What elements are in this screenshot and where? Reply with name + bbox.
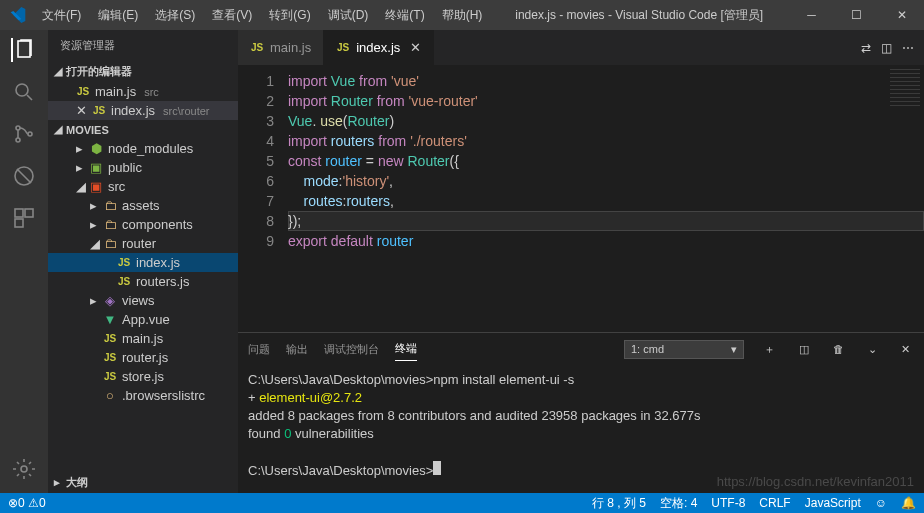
panel-tab[interactable]: 输出 [286,338,308,361]
status-spaces[interactable]: 空格: 4 [660,495,697,512]
open-editor-item[interactable]: JSmain.jssrc [48,82,238,101]
open-editor-item[interactable]: ✕ JSindex.jssrc\router [48,101,238,120]
code-editor[interactable]: 123456789 import Vue from 'vue'import Ro… [238,65,924,332]
status-eol[interactable]: CRLF [759,496,790,510]
project-header[interactable]: ◢MOVIES [48,120,238,139]
editor-area: JSmain.jsJSindex.js✕⇄◫⋯ 123456789 import… [238,30,924,493]
panel-tab[interactable]: 终端 [395,337,417,361]
tree-item[interactable]: ◢🗀router [48,234,238,253]
settings-gear-icon[interactable] [12,457,36,481]
tree-item[interactable]: ○.browserslistrc [48,386,238,405]
menu-item[interactable]: 选择(S) [148,3,202,28]
menu-item[interactable]: 帮助(H) [435,3,490,28]
window-title: index.js - movies - Visual Studio Code [… [489,7,789,24]
status-encoding[interactable]: UTF-8 [711,496,745,510]
js-file-icon: JS [103,333,117,344]
activity-bar [0,30,48,493]
js-file-icon: JS [103,371,117,382]
tree-item[interactable]: ▼App.vue [48,310,238,329]
terminal-selector[interactable]: 1: cmd▾ [624,340,744,359]
svg-rect-8 [15,219,23,227]
menu-item[interactable]: 终端(T) [378,3,431,28]
vscode-logo-icon [0,7,35,23]
source-control-icon[interactable] [12,122,36,146]
folder-icon: ▼ [103,312,117,327]
minimize-button[interactable]: ─ [789,0,834,30]
tree-item[interactable]: ▸◈views [48,291,238,310]
status-feedback-icon[interactable]: ☺ [875,496,887,510]
compare-icon[interactable]: ⇄ [861,41,871,55]
outline-header[interactable]: ▸大纲 [48,472,238,493]
explorer-icon[interactable] [11,38,37,62]
js-file-icon: JS [250,42,264,53]
window-controls: ─ ☐ ✕ [789,0,924,30]
svg-point-2 [16,126,20,130]
bottom-panel: 问题输出调试控制台终端1: cmd▾＋◫🗑⌄✕ C:\Users\Java\De… [238,332,924,493]
tree-item[interactable]: JSrouter.js [48,348,238,367]
menu-item[interactable]: 调试(D) [321,3,376,28]
tree-item[interactable]: ▸🗀assets [48,196,238,215]
js-file-icon: JS [336,42,350,53]
chevron-down-icon[interactable]: ⌄ [864,343,881,356]
extensions-icon[interactable] [12,206,36,230]
search-icon[interactable] [12,80,36,104]
svg-rect-6 [15,209,23,217]
panel-tabs: 问题输出调试控制台终端1: cmd▾＋◫🗑⌄✕ [238,333,924,365]
more-icon[interactable]: ⋯ [902,41,914,55]
js-file-icon: JS [103,352,117,363]
tree-item[interactable]: JSmain.js [48,329,238,348]
trash-icon[interactable]: 🗑 [829,343,848,355]
svg-rect-0 [18,41,30,57]
folder-icon: ◈ [103,293,117,308]
svg-point-3 [16,138,20,142]
split-icon[interactable]: ◫ [881,41,892,55]
folder-icon: ⬢ [89,141,103,156]
editor-tabs: JSmain.jsJSindex.js✕⇄◫⋯ [238,30,924,65]
folder-icon: 🗀 [103,236,117,251]
status-language[interactable]: JavaScript [805,496,861,510]
close-button[interactable]: ✕ [879,0,924,30]
panel-tab[interactable]: 问题 [248,338,270,361]
close-icon[interactable]: ✕ [897,343,914,356]
close-icon[interactable]: ✕ [410,40,421,55]
folder-icon: 🗀 [103,217,117,232]
close-icon[interactable]: ✕ [76,103,87,118]
menu-item[interactable]: 编辑(E) [91,3,145,28]
editor-tab[interactable]: JSmain.js [238,30,324,65]
svg-point-9 [21,466,27,472]
folder-icon: 🗀 [103,198,117,213]
status-line-col[interactable]: 行 8 , 列 5 [592,495,646,512]
titlebar: 文件(F)编辑(E)选择(S)查看(V)转到(G)调试(D)终端(T)帮助(H)… [0,0,924,30]
explorer-title: 资源管理器 [48,30,238,61]
svg-point-4 [28,132,32,136]
status-errors[interactable]: ⊗0 ⚠0 [8,496,46,510]
editor-tab[interactable]: JSindex.js✕ [324,30,434,65]
menu-item[interactable]: 查看(V) [205,3,259,28]
tree-item[interactable]: ◢▣src [48,177,238,196]
plus-icon[interactable]: ＋ [760,342,779,357]
open-editors-header[interactable]: ◢打开的编辑器 [48,61,238,82]
menu-item[interactable]: 转到(G) [262,3,317,28]
split-icon[interactable]: ◫ [795,343,813,356]
status-bell-icon[interactable]: 🔔 [901,496,916,510]
menu-item[interactable]: 文件(F) [35,3,88,28]
svg-point-1 [16,84,28,96]
panel-tab[interactable]: 调试控制台 [324,338,379,361]
tree-item[interactable]: ▸▣public [48,158,238,177]
js-file-icon: JS [117,257,131,268]
maximize-button[interactable]: ☐ [834,0,879,30]
explorer-sidebar: 资源管理器 ◢打开的编辑器 JSmain.jssrc✕ JSindex.jssr… [48,30,238,493]
status-bar: ⊗0 ⚠0 行 8 , 列 5 空格: 4 UTF-8 CRLF JavaScr… [0,493,924,513]
tree-item[interactable]: ▸🗀components [48,215,238,234]
tree-item[interactable]: JSrouters.js [48,272,238,291]
minimap[interactable] [890,69,920,109]
folder-icon: ○ [103,388,117,403]
svg-rect-7 [25,209,33,217]
debug-icon[interactable] [12,164,36,188]
tree-item[interactable]: JSstore.js [48,367,238,386]
folder-icon: ▣ [89,179,103,194]
tree-item[interactable]: JSindex.js [48,253,238,272]
watermark: https://blog.csdn.net/kevinfan2011 [717,474,914,489]
js-file-icon: JS [117,276,131,287]
tree-item[interactable]: ▸⬢node_modules [48,139,238,158]
